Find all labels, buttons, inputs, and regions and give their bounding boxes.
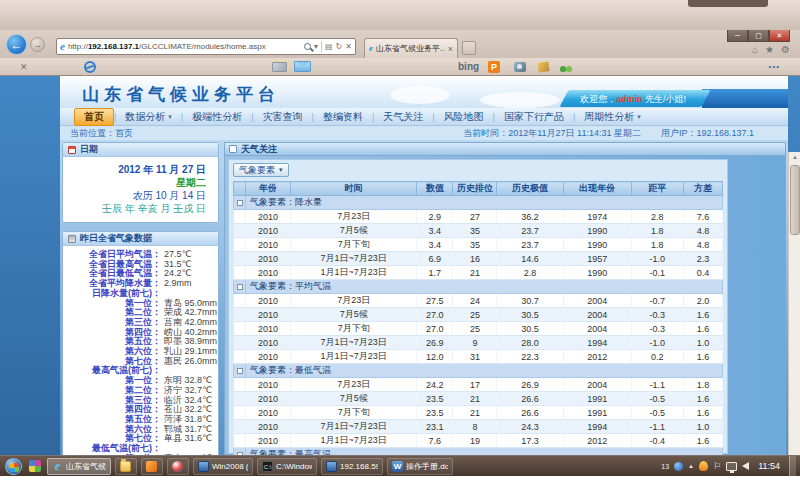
- taskbar-window-label: C:\Windows\s...: [276, 462, 312, 471]
- envelope-icon[interactable]: [294, 61, 311, 72]
- table-cell: 12.0: [417, 350, 453, 364]
- browser-tab[interactable]: e 山东省气候业务平... ×: [364, 38, 458, 58]
- scroll-up-icon[interactable]: ▲: [790, 152, 800, 163]
- nav-item-7[interactable]: 风险地图: [435, 109, 493, 125]
- clock[interactable]: 11:54: [754, 461, 784, 471]
- nav-item-1[interactable]: 首页: [74, 108, 114, 126]
- browser-toolbar: ← → e http://192.168.137.1/GLCCLIMATE/mo…: [0, 30, 800, 58]
- search-icon[interactable]: [304, 43, 311, 50]
- browser-forward-button[interactable]: →: [30, 37, 45, 52]
- table-cell: 7月下旬: [291, 406, 417, 420]
- gear-icon[interactable]: ⚙: [781, 44, 790, 55]
- nav-item-5[interactable]: 整编资料: [314, 109, 372, 125]
- table-cell: -1.1: [631, 420, 683, 434]
- tools-icon[interactable]: [537, 61, 549, 72]
- background-window-controls: [688, 0, 768, 7]
- table-cell: 2010: [246, 378, 291, 392]
- home-icon[interactable]: ⌂: [752, 44, 758, 55]
- table-cell: 1.6: [683, 308, 722, 322]
- taskbar-window-2[interactable]: [115, 458, 137, 475]
- favorites-star-icon[interactable]: ★: [765, 44, 774, 55]
- tray-app-icon[interactable]: [674, 462, 683, 471]
- table-cell: 2010: [246, 224, 291, 238]
- taskbar-window-6[interactable]: C:\C:\Windows\s...: [257, 458, 317, 475]
- close-toolbar-icon[interactable]: ✕: [20, 62, 28, 72]
- breadcrumb: 当前位置：首页: [70, 127, 133, 140]
- table-cell: 2004: [563, 308, 631, 322]
- minimize-button[interactable]: ─: [727, 30, 748, 42]
- divider: [321, 41, 322, 52]
- table-cell: 2.3: [683, 252, 722, 266]
- table-cell: 16: [453, 252, 497, 266]
- address-bar[interactable]: e http://192.168.137.1/GLCCLIMATE/module…: [56, 38, 356, 55]
- group-label: 气象要素：最高气温: [246, 448, 723, 456]
- rank-value: 惠民 26.0mm: [161, 357, 217, 367]
- taskbar-window-4[interactable]: [167, 458, 189, 475]
- nav-item-3[interactable]: 极端性分析: [183, 109, 251, 125]
- group-label: 气象要素：降水量: [246, 196, 723, 210]
- table-cell: 0.2: [631, 350, 683, 364]
- nav-item-9[interactable]: 周期性分析▾: [575, 109, 650, 125]
- show-desktop-button[interactable]: [789, 456, 796, 477]
- sidebar: 日期 2012 年 11 月 27 日 星期二 农历 10 月 14 日 壬辰 …: [62, 142, 219, 455]
- action-center-flag-icon[interactable]: ⚐: [713, 461, 721, 471]
- taskbar-window-3[interactable]: [141, 458, 163, 475]
- nav-item-label: 数据分析: [125, 110, 165, 124]
- compat-view-icon[interactable]: ▤: [325, 42, 333, 51]
- more-options-icon[interactable]: •••: [769, 62, 780, 71]
- maximize-button[interactable]: ▢: [748, 30, 769, 42]
- panel-title: 天气关注: [241, 143, 277, 156]
- table-cell: 2010: [246, 322, 291, 336]
- webcam-icon[interactable]: [514, 62, 526, 72]
- scrollbar-thumb[interactable]: [790, 165, 800, 235]
- table-cell: 4.8: [683, 238, 722, 252]
- table-cell: 24.2: [417, 378, 453, 392]
- new-tab-button[interactable]: [462, 41, 476, 55]
- browser-back-button[interactable]: ←: [6, 34, 27, 55]
- element-filter-button[interactable]: 气象要素 ▾: [233, 163, 289, 177]
- media-icon: [146, 461, 157, 472]
- pinned-app-icon[interactable]: [29, 460, 41, 472]
- nav-item-2[interactable]: 数据分析▾: [116, 109, 181, 125]
- taskbar-window-5[interactable]: Win2008 (VS2...: [193, 458, 253, 475]
- system-tray: 13 ▲ ⚐ 11:54: [661, 456, 798, 477]
- group-checkbox[interactable]: [237, 200, 243, 206]
- table-cell: 2010: [246, 350, 291, 364]
- taskbar-window-8[interactable]: W操作手册.docx ...: [387, 458, 453, 475]
- hidden-icons-expander[interactable]: ▲: [688, 463, 694, 469]
- nav-item-4[interactable]: 灾害查询: [254, 109, 312, 125]
- start-button[interactable]: [5, 458, 22, 475]
- table-cell: 7月5候: [291, 224, 417, 238]
- table-header-row: 年份时间数值历史排位历史极值出现年份距平方差: [234, 182, 723, 196]
- flame-tray-icon[interactable]: [699, 461, 708, 471]
- p-app-icon[interactable]: P: [488, 61, 500, 73]
- table-cell: 31: [453, 350, 497, 364]
- bing-logo[interactable]: bing: [458, 61, 479, 72]
- table-cell: 2010: [246, 238, 291, 252]
- table-cell: 30.5: [497, 322, 563, 336]
- tab-close-icon[interactable]: ×: [448, 44, 453, 54]
- network-icon[interactable]: [726, 462, 737, 471]
- nav-item-8[interactable]: 国家下行产品: [495, 109, 573, 125]
- calendar-panel: 日期 2012 年 11 月 27 日 星期二 农历 10 月 14 日 壬辰 …: [62, 142, 219, 223]
- nav-item-6[interactable]: 天气关注: [374, 109, 432, 125]
- taskbar-window-label: 山东省气候业务...: [66, 461, 106, 472]
- refresh-icon[interactable]: ↻: [336, 42, 343, 51]
- taskbar-window-7[interactable]: 192.168.59.99...: [321, 458, 383, 475]
- table-cell: -0.1: [631, 266, 683, 280]
- group-checkbox[interactable]: [237, 368, 243, 374]
- cards-icon[interactable]: [272, 62, 287, 72]
- people-icon[interactable]: [560, 62, 573, 72]
- close-button[interactable]: ✕: [769, 30, 790, 42]
- search-dropdown-icon[interactable]: ▾: [314, 42, 318, 51]
- table-cell: 7月1日~7月23日: [291, 336, 417, 350]
- taskbar-window-1[interactable]: e山东省气候业务...: [47, 458, 111, 475]
- group-checkbox[interactable]: [237, 284, 243, 290]
- volume-icon[interactable]: [742, 462, 749, 470]
- main-navigation: 首页|数据分析▾|极端性分析|灾害查询|整编资料|天气关注|风险地图|国家下行产…: [60, 108, 788, 126]
- scrollbar[interactable]: ▲ ▼: [788, 152, 800, 455]
- stop-icon[interactable]: ✕: [345, 42, 352, 51]
- weather-data-panel: 昨日全省气象数据 全省日平均气温：27.5℃全省日最高气温：31.5℃全省日最低…: [62, 231, 219, 455]
- table-cell: 2012: [563, 350, 631, 364]
- table-cell: 2010: [246, 294, 291, 308]
